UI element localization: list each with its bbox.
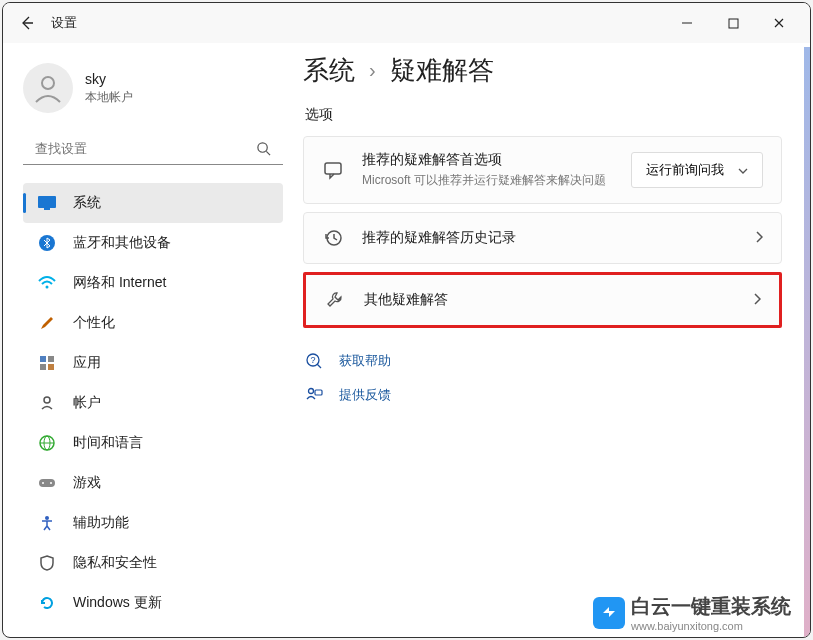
svg-rect-12 bbox=[48, 364, 54, 370]
wrench-icon bbox=[324, 289, 346, 311]
link-label: 提供反馈 bbox=[339, 386, 391, 404]
search-input[interactable] bbox=[35, 141, 256, 156]
chevron-right-icon bbox=[753, 291, 761, 309]
svg-rect-6 bbox=[44, 208, 50, 210]
svg-point-18 bbox=[42, 482, 44, 484]
window-title: 设置 bbox=[51, 14, 77, 32]
search-box[interactable] bbox=[23, 133, 283, 165]
update-icon bbox=[37, 593, 57, 613]
breadcrumb-parent[interactable]: 系统 bbox=[303, 53, 355, 88]
row-recommended-preferences: 推荐的疑难解答首选项 Microsoft 可以推荐并运行疑难解答来解决问题 运行… bbox=[304, 137, 781, 203]
svg-point-20 bbox=[45, 516, 49, 520]
nav-item-time-language[interactable]: 时间和语言 bbox=[23, 423, 283, 463]
user-subtitle: 本地帐户 bbox=[85, 89, 133, 106]
nav-item-network[interactable]: 网络和 Internet bbox=[23, 263, 283, 303]
close-icon bbox=[773, 17, 785, 29]
row-other-troubleshooters[interactable]: 其他疑难解答 bbox=[306, 275, 779, 325]
nav-item-accounts[interactable]: 帐户 bbox=[23, 383, 283, 423]
person-icon bbox=[32, 72, 64, 104]
apps-icon bbox=[37, 353, 57, 373]
close-button[interactable] bbox=[756, 7, 802, 39]
get-help-link[interactable]: ? 获取帮助 bbox=[303, 344, 782, 378]
svg-rect-21 bbox=[325, 163, 341, 174]
chevron-down-icon bbox=[738, 162, 748, 177]
globe-icon bbox=[37, 433, 57, 453]
chevron-right-icon: › bbox=[369, 59, 376, 82]
svg-rect-11 bbox=[40, 364, 46, 370]
section-title-options: 选项 bbox=[305, 106, 782, 124]
link-label: 获取帮助 bbox=[339, 352, 391, 370]
back-button[interactable] bbox=[11, 7, 43, 39]
help-icon: ? bbox=[303, 350, 325, 372]
feedback-icon bbox=[303, 384, 325, 406]
maximize-button[interactable] bbox=[710, 7, 756, 39]
svg-point-13 bbox=[44, 397, 50, 403]
nav-label: 隐私和安全性 bbox=[73, 554, 157, 572]
svg-line-4 bbox=[266, 151, 270, 155]
minimize-icon bbox=[681, 17, 693, 29]
paintbrush-icon bbox=[37, 313, 57, 333]
row-history[interactable]: 推荐的疑难解答历史记录 bbox=[304, 213, 781, 263]
decorative-edge bbox=[804, 47, 810, 637]
nav-label: 时间和语言 bbox=[73, 434, 143, 452]
main-content: 系统 › 疑难解答 选项 推荐的疑难解答首选项 Microsoft 可以推荐并运… bbox=[303, 43, 810, 637]
help-links: ? 获取帮助 提供反馈 bbox=[303, 344, 782, 412]
nav-label: 游戏 bbox=[73, 474, 101, 492]
chat-icon bbox=[322, 159, 344, 181]
svg-text:?: ? bbox=[310, 355, 315, 365]
svg-rect-10 bbox=[48, 356, 54, 362]
wifi-icon bbox=[37, 273, 57, 293]
sidebar: sky 本地帐户 系统 蓝牙和其他设备 bbox=[3, 43, 303, 637]
svg-rect-1 bbox=[729, 19, 738, 28]
nav-item-privacy[interactable]: 隐私和安全性 bbox=[23, 543, 283, 583]
avatar bbox=[23, 63, 73, 113]
svg-point-3 bbox=[258, 143, 267, 152]
nav-label: 个性化 bbox=[73, 314, 115, 332]
accessibility-icon bbox=[37, 513, 57, 533]
option-title: 推荐的疑难解答历史记录 bbox=[362, 229, 755, 247]
breadcrumb-current: 疑难解答 bbox=[390, 53, 494, 88]
card-recommended-preferences: 推荐的疑难解答首选项 Microsoft 可以推荐并运行疑难解答来解决问题 运行… bbox=[303, 136, 782, 204]
nav-item-system[interactable]: 系统 bbox=[23, 183, 283, 223]
dropdown-label: 运行前询问我 bbox=[646, 161, 724, 179]
user-block[interactable]: sky 本地帐户 bbox=[23, 53, 303, 133]
nav-item-windows-update[interactable]: Windows 更新 bbox=[23, 583, 283, 623]
card-other-troubleshooters[interactable]: 其他疑难解答 bbox=[303, 272, 782, 328]
maximize-icon bbox=[728, 18, 739, 29]
preference-dropdown[interactable]: 运行前询问我 bbox=[631, 152, 763, 188]
gaming-icon bbox=[37, 473, 57, 493]
svg-rect-5 bbox=[38, 196, 56, 208]
svg-line-25 bbox=[317, 364, 321, 368]
nav-item-gaming[interactable]: 游戏 bbox=[23, 463, 283, 503]
svg-rect-17 bbox=[39, 479, 55, 487]
svg-rect-27 bbox=[315, 390, 322, 395]
nav-item-accessibility[interactable]: 辅助功能 bbox=[23, 503, 283, 543]
chevron-right-icon bbox=[755, 229, 763, 247]
shield-icon bbox=[37, 553, 57, 573]
nav-label: Windows 更新 bbox=[73, 594, 162, 612]
nav-item-personalization[interactable]: 个性化 bbox=[23, 303, 283, 343]
card-history[interactable]: 推荐的疑难解答历史记录 bbox=[303, 212, 782, 264]
user-name: sky bbox=[85, 71, 133, 87]
arrow-left-icon bbox=[19, 15, 35, 31]
nav-label: 蓝牙和其他设备 bbox=[73, 234, 171, 252]
titlebar: 设置 bbox=[3, 3, 810, 43]
nav-item-bluetooth[interactable]: 蓝牙和其他设备 bbox=[23, 223, 283, 263]
give-feedback-link[interactable]: 提供反馈 bbox=[303, 378, 782, 412]
accounts-icon bbox=[37, 393, 57, 413]
nav-label: 应用 bbox=[73, 354, 101, 372]
svg-point-19 bbox=[50, 482, 52, 484]
option-title: 其他疑难解答 bbox=[364, 291, 753, 309]
svg-point-8 bbox=[46, 286, 49, 289]
history-icon bbox=[322, 227, 344, 249]
svg-point-26 bbox=[309, 388, 314, 393]
minimize-button[interactable] bbox=[664, 7, 710, 39]
bluetooth-icon bbox=[37, 233, 57, 253]
nav-list: 系统 蓝牙和其他设备 网络和 Internet 个性化 应用 bbox=[23, 183, 303, 623]
option-title: 推荐的疑难解答首选项 bbox=[362, 151, 631, 169]
nav-item-apps[interactable]: 应用 bbox=[23, 343, 283, 383]
search-icon bbox=[256, 141, 271, 156]
system-icon bbox=[37, 193, 57, 213]
nav-label: 帐户 bbox=[73, 394, 101, 412]
nav-label: 网络和 Internet bbox=[73, 274, 166, 292]
